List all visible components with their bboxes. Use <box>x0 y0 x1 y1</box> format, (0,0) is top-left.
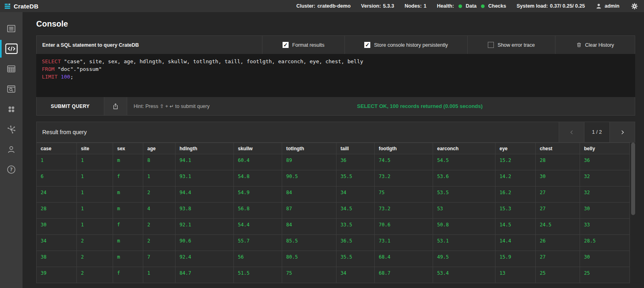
scrollbar-thumb[interactable] <box>631 143 635 215</box>
clear-history-button[interactable]: Clear History <box>555 36 635 54</box>
table-cell: 90.5 <box>282 170 336 186</box>
table-cell: 90.6 <box>175 235 234 251</box>
column-header: case <box>37 143 77 154</box>
table-cell: 24 <box>37 186 77 203</box>
column-header: belly <box>580 143 630 154</box>
results-header: Result from query 1 / 2 <box>36 122 635 143</box>
system-load-label: System load: <box>516 3 548 9</box>
console-icon <box>5 44 18 54</box>
table-cell: 2 <box>77 235 113 251</box>
table-cell: 75 <box>282 267 336 283</box>
table-cell: 50.8 <box>433 219 495 235</box>
column-header: chest <box>536 143 580 154</box>
health-label: Health: <box>437 3 454 9</box>
table-cell: 16.2 <box>495 186 536 203</box>
option-store-history[interactable]: Store console history persistently <box>345 36 467 54</box>
brand-text: CrateDB <box>14 3 38 10</box>
sql-line: SELECT "case", site, sex, age, hdlngth, … <box>42 58 630 65</box>
table-cell: 13 <box>495 267 536 283</box>
table-cell: 6 <box>37 170 77 186</box>
column-header: site <box>77 143 113 154</box>
column-header: footlgth <box>375 143 433 154</box>
table-cell: 15.3 <box>495 203 536 219</box>
table-header-row: casesitesexagehdlngthskullwtotlngthtaill… <box>37 143 630 154</box>
sidebar-item-cluster[interactable] <box>0 119 23 139</box>
option-format-results[interactable]: Format results <box>262 36 345 54</box>
cluster-network-icon <box>6 124 17 135</box>
version-info: Version: 5.3.3 <box>361 3 394 9</box>
table-cell: 70.6 <box>375 219 433 235</box>
table-row: 301f292.154.48433.570.650.814.524.533 <box>37 219 630 235</box>
table-cell: 51.5 <box>234 267 282 283</box>
cluster-info: Cluster: cratedb-demo <box>296 3 351 9</box>
table-cell: 38 <box>37 251 77 267</box>
format-results-checkbox[interactable] <box>283 42 289 48</box>
cluster-value: cratedb-demo <box>317 3 351 9</box>
table-cell: 1 <box>77 186 113 203</box>
sql-editor[interactable]: SELECT "case", site, sex, age, hdlngth, … <box>36 54 635 97</box>
table-cell: 54.8 <box>234 170 282 186</box>
table-cell: 68.7 <box>375 267 433 283</box>
settings-button[interactable] <box>631 2 638 10</box>
column-header: taill <box>336 143 375 154</box>
results-table-body: 11m894.160.4893674.554.515.2283661f193.1… <box>37 154 630 283</box>
table-cell: 14.2 <box>495 170 536 186</box>
gear-icon <box>631 2 638 10</box>
table-row: 281m493.856.88734.573.25315.32730 <box>37 203 630 219</box>
user-outline-icon <box>6 144 17 155</box>
table-cell: 85.5 <box>282 235 336 251</box>
table-row: 11m894.160.4893674.554.515.22836 <box>37 154 630 170</box>
results-panel: Result from query 1 / 2 casesitesexagehd… <box>36 122 635 284</box>
table-cell: 53.1 <box>433 235 495 251</box>
submit-query-button[interactable]: SUBMIT QUERY <box>37 97 104 115</box>
trash-icon <box>576 42 582 48</box>
cluster-label: Cluster: <box>296 3 315 9</box>
sidebar-item-privileges[interactable] <box>0 139 23 160</box>
table-cell: 1 <box>77 154 113 170</box>
option-show-error-trace[interactable]: Show error trace <box>467 36 555 54</box>
health-checks-dot-icon <box>481 4 485 8</box>
sidebar-item-browse[interactable] <box>0 79 23 99</box>
table-row: 382m792.45680.535.568.449.515.92730 <box>37 251 630 267</box>
table-cell: 33.5 <box>336 219 375 235</box>
table-cell: 39 <box>37 267 77 283</box>
table-cell: 49.5 <box>433 251 495 267</box>
table-cell: 25 <box>580 267 630 283</box>
table-cell: 53.4 <box>433 267 495 283</box>
cratedb-logo[interactable]: CrateDB <box>4 3 38 10</box>
table-cell: 73.1 <box>375 235 433 251</box>
sidebar-item-shards[interactable] <box>0 99 23 119</box>
table-cell: 73.2 <box>375 203 433 219</box>
sidebar-item-help[interactable]: ? <box>0 160 23 180</box>
column-header: earconch <box>433 143 495 154</box>
sidebar-item-overview[interactable] <box>0 19 23 39</box>
sidebar-item-tables[interactable] <box>0 59 23 79</box>
next-page-button[interactable] <box>609 122 635 142</box>
table-cell: 87 <box>282 203 336 219</box>
sidebar: ? <box>0 12 23 288</box>
previous-page-button[interactable] <box>559 122 584 142</box>
table-cell: 28 <box>536 154 580 170</box>
table-cell: 84 <box>282 219 336 235</box>
show-error-trace-checkbox[interactable] <box>488 42 494 48</box>
table-cell: 54.5 <box>433 154 495 170</box>
user-menu[interactable]: admin <box>595 3 619 10</box>
table-cell: f <box>113 170 143 186</box>
sql-editor-label: Enter a SQL statement to query CrateDB <box>37 36 262 54</box>
table-cell: 84 <box>282 186 336 203</box>
table-scrollbar[interactable] <box>631 143 635 284</box>
table-cell: 93.1 <box>175 170 234 186</box>
table-cell: 34 <box>336 186 375 203</box>
sidebar-item-console[interactable] <box>0 39 23 59</box>
table-cell: 25 <box>536 267 580 283</box>
table-cell: 2 <box>77 267 113 283</box>
sql-line: LIMIT 100; <box>42 73 630 81</box>
table-cell: 68.4 <box>375 251 433 267</box>
table-cell: 53 <box>433 203 495 219</box>
store-history-checkbox[interactable] <box>364 42 370 48</box>
system-load-value: 0.37/ 0.25/ 0.25 <box>550 3 585 9</box>
share-icon <box>112 103 119 110</box>
table-cell: 15.2 <box>495 154 536 170</box>
share-query-button[interactable] <box>104 97 127 115</box>
version-value: 5.3.3 <box>383 3 394 9</box>
